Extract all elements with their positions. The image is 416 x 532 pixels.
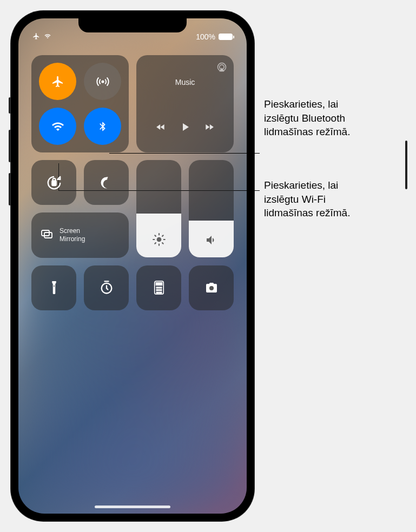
flashlight-button[interactable] — [31, 265, 76, 310]
notch — [78, 17, 187, 32]
svg-point-14 — [156, 290, 157, 291]
wifi-toggle[interactable] — [39, 108, 76, 145]
airplay-icon[interactable] — [216, 62, 227, 75]
play-button[interactable] — [179, 120, 192, 136]
svg-point-4 — [156, 237, 161, 242]
camera-button[interactable] — [189, 265, 234, 310]
cellular-data-toggle[interactable] — [84, 63, 121, 100]
svg-point-13 — [160, 287, 161, 288]
orientation-lock-toggle[interactable] — [31, 160, 76, 205]
svg-point-7 — [53, 285, 54, 287]
svg-rect-5 — [42, 230, 49, 236]
callout-wifi: Pieskarieties, lai izslēgtu Wi-Fi lidmaš… — [264, 178, 350, 220]
svg-rect-10 — [156, 283, 162, 285]
callout-bluetooth: Pieskarieties, lai izslēgtu Bluetooth li… — [264, 97, 350, 139]
svg-point-15 — [158, 290, 159, 291]
timer-button[interactable] — [84, 265, 129, 310]
screen-mirroring-button[interactable]: Screen Mirroring — [31, 212, 129, 258]
calculator-button[interactable] — [136, 265, 181, 310]
volume-slider[interactable] — [189, 160, 234, 257]
svg-point-11 — [156, 287, 157, 288]
svg-point-18 — [158, 292, 159, 293]
svg-point-0 — [102, 81, 103, 82]
svg-point-17 — [156, 292, 157, 293]
svg-point-16 — [160, 290, 161, 291]
svg-point-19 — [160, 292, 161, 293]
screen-mirroring-label: Screen Mirroring — [60, 227, 85, 243]
svg-rect-6 — [44, 232, 52, 238]
airplane-mode-toggle[interactable] — [39, 63, 76, 100]
brightness-slider[interactable] — [136, 160, 181, 257]
battery-icon — [219, 34, 233, 40]
home-indicator[interactable] — [95, 506, 170, 508]
music-module[interactable]: Music — [136, 55, 234, 152]
wifi-status-icon — [43, 32, 52, 41]
airplane-status-icon — [32, 32, 40, 42]
brightness-icon — [152, 232, 166, 249]
next-track-button[interactable] — [202, 122, 216, 135]
do-not-disturb-toggle[interactable] — [84, 160, 129, 205]
bluetooth-toggle[interactable] — [84, 108, 121, 145]
previous-track-button[interactable] — [154, 122, 168, 135]
music-source-label: Music — [175, 78, 195, 87]
volume-icon — [205, 234, 218, 249]
control-center: Music — [31, 55, 234, 310]
connectivity-module[interactable] — [31, 55, 129, 152]
screen: 100% — [18, 18, 247, 514]
svg-point-12 — [158, 287, 159, 288]
phone-frame: 100% — [11, 11, 254, 521]
svg-point-20 — [209, 286, 214, 290]
battery-percent: 100% — [196, 32, 215, 41]
svg-rect-3 — [52, 181, 56, 185]
screen-mirroring-icon — [39, 228, 54, 243]
